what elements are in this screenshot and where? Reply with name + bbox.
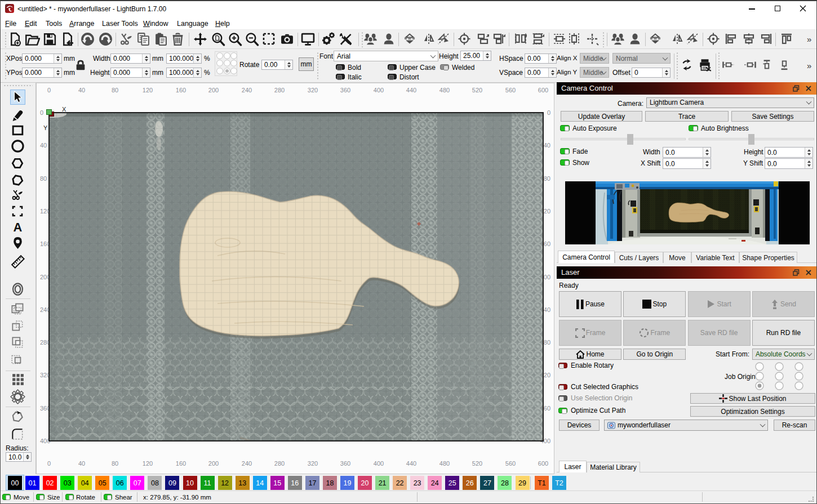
svg-text:A: A xyxy=(13,220,22,234)
